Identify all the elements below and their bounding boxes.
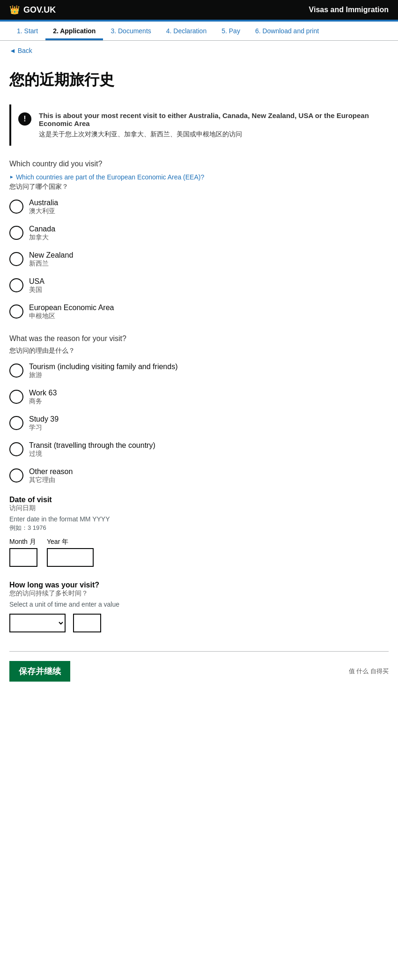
- country-question-zh: 您访问了哪个国家？: [9, 183, 389, 191]
- reason-zh-work: 商务: [29, 397, 57, 406]
- date-hint-en: Enter date in the format MM YYYY: [9, 515, 389, 523]
- reason-option-other: Other reason 其它理由: [9, 468, 389, 484]
- duration-value-input[interactable]: [73, 614, 101, 632]
- reason-option-work: Work 63 商务: [9, 389, 389, 406]
- back-link[interactable]: Back: [9, 47, 32, 54]
- tab-start[interactable]: 1. Start: [9, 22, 45, 40]
- country-radio-eea[interactable]: [9, 304, 23, 319]
- reason-radio-tourism[interactable]: [9, 364, 23, 378]
- reason-en-other: Other reason: [29, 468, 73, 476]
- reason-label-transit: Transit (travelling through the country)…: [29, 441, 155, 458]
- country-option-eea: European Economic Area 申根地区: [9, 304, 389, 320]
- tab-documents[interactable]: 3. Documents: [103, 22, 158, 40]
- save-button[interactable]: 保存并继续: [9, 661, 70, 682]
- duration-unit-select[interactable]: Days Weeks Months Years: [9, 614, 66, 632]
- country-radio-group: Australia 澳大利亚 Canada 加拿大 New Zealand 新西…: [9, 199, 389, 320]
- reason-question-label: What was the reason for your visit?: [9, 334, 389, 343]
- tab-download[interactable]: 6. Download and print: [248, 22, 326, 40]
- country-label-newzealand: New Zealand 新西兰: [29, 251, 73, 268]
- country-radio-australia[interactable]: [9, 200, 23, 214]
- reason-radio-study[interactable]: [9, 416, 23, 430]
- date-section: Date of visit 访问日期 Enter date in the for…: [9, 496, 389, 567]
- country-label-eea: European Economic Area 申根地区: [29, 304, 114, 320]
- reason-zh-transit: 过境: [29, 450, 155, 458]
- country-zh-newzealand: 新西兰: [29, 260, 73, 268]
- reason-radio-group: Tourism (including visiting family and f…: [9, 363, 389, 484]
- date-label-en: Date of visit: [9, 496, 389, 504]
- country-en-newzealand: New Zealand: [29, 251, 73, 260]
- date-fields-row: Month 月 Year 年: [9, 538, 389, 567]
- duration-label-zh: 您的访问持续了多长时间？: [9, 589, 389, 598]
- reason-label-work: Work 63 商务: [29, 389, 57, 406]
- date-hint-zh: 例如：3 1976: [9, 524, 389, 532]
- info-box: ! This is about your most recent visit t…: [9, 104, 389, 146]
- reason-en-tourism: Tourism (including visiting family and f…: [29, 363, 177, 371]
- reason-label-other: Other reason 其它理由: [29, 468, 73, 484]
- reason-option-transit: Transit (travelling through the country)…: [9, 441, 389, 458]
- gov-logo: 👑 GOV.UK: [9, 5, 56, 15]
- tab-declaration[interactable]: 4. Declaration: [159, 22, 214, 40]
- eea-link[interactable]: Which countries are part of the European…: [9, 173, 204, 181]
- country-en-eea: European Economic Area: [29, 304, 114, 312]
- country-radio-newzealand[interactable]: [9, 252, 23, 266]
- country-radio-usa[interactable]: [9, 278, 23, 292]
- info-text-en: This is about your most recent visit to …: [39, 111, 382, 127]
- country-option-usa: USA 美国: [9, 277, 389, 294]
- year-input[interactable]: [47, 548, 94, 567]
- gov-logo-text: GOV.UK: [23, 5, 56, 15]
- tab-application[interactable]: 2. Application: [45, 22, 103, 40]
- duration-label-en: How long was your visit?: [9, 581, 389, 589]
- country-zh-canada: 加拿大: [29, 233, 55, 242]
- country-en-australia: Australia: [29, 199, 58, 207]
- service-name: Visas and Immigration: [309, 6, 389, 14]
- reason-zh-tourism: 旅游: [29, 371, 177, 379]
- country-label-canada: Canada 加拿大: [29, 225, 55, 242]
- duration-hint: Select a unit of time and enter a value: [9, 601, 389, 608]
- country-question: Which country did you visit? Which count…: [9, 160, 389, 320]
- country-option-canada: Canada 加拿大: [9, 225, 389, 242]
- reason-en-work: Work 63: [29, 389, 57, 397]
- reason-radio-work[interactable]: [9, 390, 23, 404]
- month-input[interactable]: [9, 548, 37, 567]
- date-label-zh: 访问日期: [9, 504, 389, 512]
- country-option-newzealand: New Zealand 新西兰: [9, 251, 389, 268]
- country-en-usa: USA: [29, 277, 44, 286]
- reason-zh-other: 其它理由: [29, 476, 73, 484]
- country-label-usa: USA 美国: [29, 277, 44, 294]
- year-label: Year 年: [47, 538, 94, 546]
- year-field-group: Year 年: [47, 538, 94, 567]
- duration-fields-row: Days Weeks Months Years: [9, 614, 389, 632]
- reason-label-study: Study 39 学习: [29, 415, 59, 432]
- info-text-zh: 这是关于您上次对澳大利亚、加拿大、新西兰、美国或申根地区的访问: [39, 130, 382, 139]
- reason-en-study: Study 39: [29, 415, 59, 423]
- country-zh-australia: 澳大利亚: [29, 207, 58, 215]
- country-label-australia: Australia 澳大利亚: [29, 199, 58, 215]
- country-zh-usa: 美国: [29, 286, 44, 294]
- month-field-group: Month 月: [9, 538, 37, 567]
- tab-pay[interactable]: 5. Pay: [214, 22, 248, 40]
- crown-icon: 👑: [9, 5, 20, 15]
- save-note: 值 什么 自得买: [349, 667, 389, 676]
- country-option-australia: Australia 澳大利亚: [9, 199, 389, 215]
- reason-label-tourism: Tourism (including visiting family and f…: [29, 363, 177, 379]
- reason-question-zh: 您访问的理由是什么？: [9, 347, 389, 355]
- reason-zh-study: 学习: [29, 423, 59, 432]
- info-text: This is about your most recent visit to …: [39, 111, 382, 139]
- country-zh-eea: 申根地区: [29, 312, 114, 320]
- reason-radio-other[interactable]: [9, 468, 23, 483]
- country-radio-canada[interactable]: [9, 226, 23, 240]
- reason-radio-transit[interactable]: [9, 442, 23, 456]
- reason-en-transit: Transit (travelling through the country): [29, 441, 155, 450]
- back-link-container: Back: [0, 41, 398, 60]
- duration-section: How long was your visit? 您的访问持续了多长时间？ Se…: [9, 581, 389, 632]
- month-label: Month 月: [9, 538, 37, 546]
- header: 👑 GOV.UK Visas and Immigration: [0, 0, 398, 20]
- main-content: 您的近期旅行史 ! This is about your most recent…: [0, 60, 398, 710]
- page-title: 您的近期旅行史: [9, 70, 389, 90]
- reason-question: What was the reason for your visit? 您访问的…: [9, 334, 389, 484]
- info-icon: !: [18, 112, 31, 126]
- save-button-container: 保存并继续 值 什么 自得买: [9, 651, 389, 691]
- reason-option-tourism: Tourism (including visiting family and f…: [9, 363, 389, 379]
- country-question-label: Which country did you visit?: [9, 160, 389, 168]
- reason-option-study: Study 39 学习: [9, 415, 389, 432]
